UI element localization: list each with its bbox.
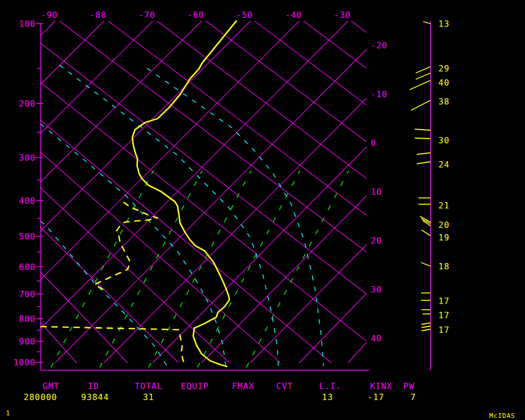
- svg-text:-20: -20: [371, 40, 387, 50]
- svg-text:13: 13: [438, 19, 449, 29]
- svg-text:280000: 280000: [24, 392, 57, 402]
- frame-number: 1: [6, 409, 10, 417]
- svg-text:-40: -40: [285, 10, 302, 20]
- svg-text:600: 600: [19, 262, 36, 272]
- svg-text:PW: PW: [403, 381, 414, 391]
- svg-text:-60: -60: [187, 10, 204, 20]
- svg-text:700: 700: [19, 289, 36, 299]
- svg-text:10: 10: [371, 187, 382, 197]
- svg-text:30: 30: [371, 285, 382, 295]
- svg-text:7: 7: [411, 392, 416, 402]
- svg-text:TOTAL: TOTAL: [134, 381, 162, 391]
- svg-text:900: 900: [19, 337, 36, 346]
- svg-text:20: 20: [438, 220, 449, 230]
- svg-text:300: 300: [19, 153, 36, 163]
- svg-text:400: 400: [19, 196, 36, 206]
- isotherm-grid: [40, 21, 366, 363]
- dewpoint-curve: [40, 202, 184, 363]
- svg-text:200: 200: [19, 99, 36, 109]
- svg-text:-17: -17: [368, 392, 384, 402]
- svg-text:18: 18: [438, 261, 449, 271]
- svg-text:93844: 93844: [81, 392, 109, 402]
- svg-text:17: 17: [438, 325, 449, 335]
- pressure-labels: 1002003004005006007008009001000: [13, 19, 36, 368]
- svg-text:-50: -50: [236, 10, 253, 20]
- svg-text:100: 100: [19, 19, 36, 29]
- mcidas-brand: McIDAS: [489, 412, 515, 419]
- svg-text:-90: -90: [41, 10, 58, 20]
- stats-values: 280000938443113-177: [24, 392, 416, 402]
- temperature-curve: [132, 21, 236, 366]
- svg-text:L.I.: L.I.: [319, 381, 342, 391]
- svg-text:-10: -10: [371, 89, 387, 99]
- svg-text:GMT: GMT: [43, 381, 59, 391]
- svg-text:0: 0: [371, 138, 376, 148]
- svg-text:-80: -80: [90, 10, 107, 20]
- wind-barbs: [410, 22, 430, 331]
- svg-text:24: 24: [438, 160, 449, 170]
- svg-text:1000: 1000: [13, 358, 36, 368]
- svg-text:17: 17: [438, 296, 449, 306]
- svg-text:20: 20: [371, 236, 382, 246]
- svg-text:FMAX: FMAX: [232, 381, 255, 391]
- svg-text:17: 17: [438, 310, 449, 320]
- svg-text:40: 40: [438, 78, 449, 88]
- mixing-ratio-lines: [51, 171, 349, 368]
- svg-text:500: 500: [19, 232, 36, 242]
- stats-headers: GMTIDTOTALEQUIPFMAXCVTL.I.KINXPW: [43, 381, 415, 391]
- svg-text:19: 19: [438, 233, 449, 243]
- svg-text:ID: ID: [88, 381, 99, 391]
- svg-text:-30: -30: [334, 10, 351, 20]
- svg-text:31: 31: [143, 392, 154, 402]
- svg-text:30: 30: [438, 135, 449, 145]
- svg-text:29: 29: [438, 64, 449, 74]
- svg-text:KINX: KINX: [370, 381, 393, 391]
- svg-text:EQUIP: EQUIP: [181, 381, 208, 391]
- svg-text:-70: -70: [139, 10, 155, 20]
- svg-text:CVT: CVT: [276, 381, 293, 391]
- svg-text:800: 800: [19, 314, 36, 324]
- wind-speed-labels: 13294038302421201918171717: [438, 19, 449, 335]
- sounding-chart: 1002003004005006007008009001000-90-80-70…: [0, 0, 525, 420]
- svg-text:40: 40: [371, 333, 382, 343]
- svg-text:38: 38: [438, 97, 449, 107]
- svg-text:21: 21: [438, 201, 449, 211]
- mcidas-window: 1002003004005006007008009001000-90-80-70…: [0, 0, 525, 420]
- svg-text:13: 13: [322, 392, 333, 402]
- pressure-axis: [36, 23, 369, 370]
